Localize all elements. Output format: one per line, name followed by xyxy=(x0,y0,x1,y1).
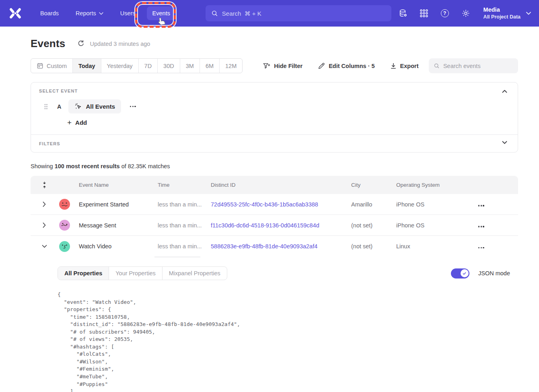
cell-city: Amarillo xyxy=(348,201,393,208)
row-more-options-button[interactable] xyxy=(478,205,484,206)
data-management-icon[interactable] xyxy=(398,8,408,18)
column-resize-indicator xyxy=(154,257,200,257)
check-icon xyxy=(462,271,467,276)
chevron-up-icon xyxy=(502,90,507,93)
cell-city: (not set) xyxy=(348,243,393,250)
collapse-all-rows-button[interactable] xyxy=(35,181,53,189)
column-header-distinct-id[interactable]: Distinct ID xyxy=(208,182,348,188)
cell-os: iPhone OS xyxy=(393,201,469,208)
table-row-expanded: Watch Video less than a min... 5886283e-… xyxy=(31,236,518,257)
tab-all-properties[interactable]: All Properties xyxy=(58,267,109,280)
toolbar: Custom Today Yesterday 7D 30D 3M 6M 12M … xyxy=(31,58,518,73)
range-button-today[interactable]: Today xyxy=(72,59,101,73)
refresh-button[interactable] xyxy=(77,40,85,47)
date-range-group: Custom Today Yesterday 7D 30D 3M 6M 12M xyxy=(31,58,243,73)
page-title: Events xyxy=(31,37,65,50)
range-button-6m[interactable]: 6M xyxy=(200,59,219,73)
column-header-time[interactable]: Time xyxy=(154,182,208,188)
edit-columns-label: Edit Columns · 5 xyxy=(329,63,374,69)
chevron-right-icon xyxy=(43,223,46,228)
sparkle-cursor-icon xyxy=(74,103,82,110)
column-header-city[interactable]: City xyxy=(348,182,393,188)
page-header: Events Updated 3 minutes ago xyxy=(31,37,518,50)
range-label: 12M xyxy=(225,63,237,69)
edit-columns-button[interactable]: Edit Columns · 5 xyxy=(318,62,374,70)
events-search-bar[interactable] xyxy=(429,58,518,73)
chevron-right-icon xyxy=(43,202,46,207)
export-label: Export xyxy=(400,63,419,69)
nav-item-boards[interactable]: Boards xyxy=(35,6,64,20)
event-more-options-button[interactable] xyxy=(128,103,138,109)
cell-event-name: Watch Video xyxy=(76,243,154,250)
json-mode-toggle[interactable] xyxy=(451,268,469,279)
cell-os: Linux xyxy=(393,243,469,250)
column-header-event-name[interactable]: Event Name xyxy=(76,182,154,188)
event-detail-panel: All Properties Your Properties Mixpanel … xyxy=(31,257,518,392)
help-icon[interactable]: ? xyxy=(440,8,450,18)
row-expand-button[interactable] xyxy=(35,202,53,207)
top-navbar: Boards Reports Users Events xyxy=(0,0,539,27)
help-glyph: ? xyxy=(443,10,446,16)
row-collapse-button[interactable] xyxy=(35,245,53,248)
tab-mixpanel-properties[interactable]: Mixpanel Properties xyxy=(162,267,227,280)
chevron-down-icon xyxy=(526,12,531,15)
row-more-options-button[interactable] xyxy=(478,226,484,227)
cell-distinct-id-link[interactable]: 72d49553-25fc-4f0c-b436-1b5ac6ab3388 xyxy=(208,201,348,208)
range-button-30d[interactable]: 30D xyxy=(157,59,180,73)
cell-distinct-id-link[interactable]: f11c30d6-dc6d-4518-9136-0d046159c84d xyxy=(208,222,348,229)
hide-filter-button[interactable]: Hide Filter xyxy=(263,62,302,70)
chevron-down-icon xyxy=(99,12,103,15)
event-avatar xyxy=(59,241,70,252)
selected-event-label: All Events xyxy=(86,103,115,110)
events-search-input[interactable] xyxy=(443,63,513,69)
chevron-down-icon xyxy=(502,141,507,144)
toggle-knob xyxy=(461,269,469,277)
row-expand-button[interactable] xyxy=(35,223,53,228)
range-button-12m[interactable]: 12M xyxy=(219,59,242,73)
range-button-yesterday[interactable]: Yesterday xyxy=(101,59,138,73)
search-icon xyxy=(434,62,440,69)
range-button-3m[interactable]: 3M xyxy=(180,59,200,73)
cell-time: less than a min... xyxy=(154,201,208,208)
event-avatar xyxy=(59,220,70,231)
nav-item-users[interactable]: Users xyxy=(115,6,141,20)
apps-grid-icon[interactable] xyxy=(419,8,429,18)
column-header-os[interactable]: Operating System xyxy=(393,182,469,188)
last-updated-text: Updated 3 minutes ago xyxy=(90,41,150,47)
range-label: Yesterday xyxy=(107,63,133,69)
range-label: 3M xyxy=(186,63,194,69)
filters-section[interactable]: FILTERS xyxy=(31,134,518,152)
hide-filter-label: Hide Filter xyxy=(274,63,302,69)
settings-gear-icon[interactable] xyxy=(461,8,471,18)
tab-your-properties[interactable]: Your Properties xyxy=(109,267,162,280)
range-button-custom[interactable]: Custom xyxy=(31,59,72,73)
range-label: 7D xyxy=(144,63,152,69)
add-event-button[interactable]: + Add xyxy=(67,119,87,126)
mixpanel-logo-icon[interactable] xyxy=(8,6,23,21)
cursor-hand-icon xyxy=(154,15,167,29)
export-button[interactable]: Export xyxy=(390,63,419,69)
plus-icon: + xyxy=(67,119,72,126)
drag-handle-icon[interactable] xyxy=(44,103,48,110)
summary-count: 100 most recent results xyxy=(55,163,120,169)
nav-item-reports[interactable]: Reports xyxy=(70,6,109,20)
tab-label: All Properties xyxy=(64,270,102,276)
expand-filters-button[interactable] xyxy=(500,139,509,146)
row-more-options-button[interactable] xyxy=(478,247,484,248)
project-name: Media xyxy=(483,6,520,14)
pencil-icon xyxy=(318,62,325,70)
tab-label: Your Properties xyxy=(115,270,155,276)
json-mode-label: JSON mode xyxy=(478,270,510,276)
global-search-bar[interactable] xyxy=(206,5,391,21)
project-scope: All Project Data xyxy=(483,14,520,21)
cell-distinct-id-link[interactable]: 5886283e-e9fb-48fb-81de-40e9093a2af4 xyxy=(208,243,348,250)
event-selector-pill[interactable]: All Events xyxy=(68,99,121,113)
project-switcher[interactable]: Media All Project Data xyxy=(483,6,531,21)
collapse-select-event-button[interactable] xyxy=(500,88,509,95)
select-event-label: SELECT EVENT xyxy=(39,89,510,93)
range-button-7d[interactable]: 7D xyxy=(138,59,158,73)
query-builder-card: SELECT EVENT A xyxy=(31,82,518,153)
cell-time: less than a min... xyxy=(154,243,208,250)
range-label: Today xyxy=(78,63,95,69)
global-search-input[interactable] xyxy=(222,10,386,17)
